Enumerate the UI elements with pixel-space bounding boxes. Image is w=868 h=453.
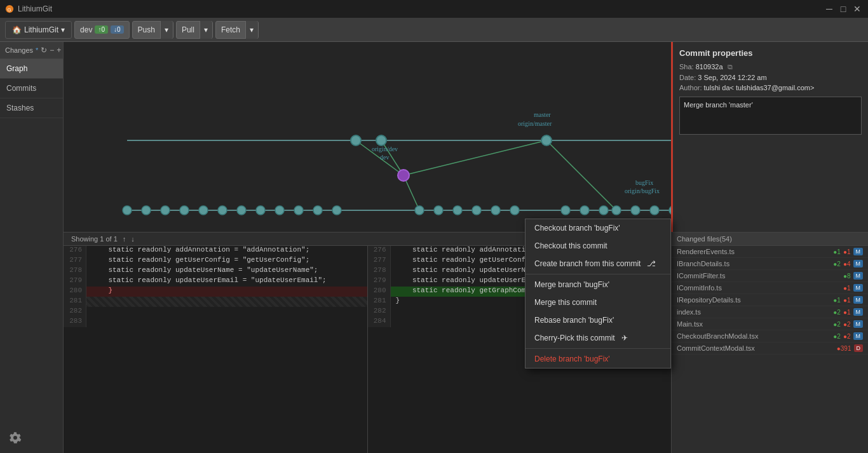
copy-sha-icon[interactable]: ⧉ [728, 63, 733, 71]
filename: RendererEvents.ts [677, 248, 831, 255]
menu-merge-branch[interactable]: Merge branch 'bugFix' [526, 276, 670, 294]
svg-point-35 [561, 206, 570, 215]
titlebar: G LithiumGit ─ □ ✕ [0, 0, 868, 18]
svg-point-36 [580, 206, 589, 215]
plus-icon[interactable]: + [57, 46, 61, 55]
filename: CommitContextModal.tsx [677, 344, 834, 352]
push-dropdown-arrow[interactable]: ▾ [160, 21, 173, 39]
graph-area[interactable]: master origin/master origin/dev dev [64, 42, 868, 233]
sidebar-item-graph[interactable]: Graph [0, 59, 63, 79]
line-number: 280 [368, 287, 391, 297]
changed-file-item[interactable]: IBranchDetails.ts●2●4M [672, 258, 868, 270]
line-number: 276 [64, 246, 86, 256]
add-badge: ●8 [843, 273, 851, 280]
svg-point-26 [294, 206, 303, 215]
menu-separator-2 [526, 348, 670, 349]
changed-file-item[interactable]: IRepositoryDetails.ts●1●1M [672, 294, 868, 306]
maximize-button[interactable]: □ [837, 3, 849, 15]
line-content: static readonly addAnnotation = "addAnno… [86, 246, 367, 256]
rem-badge: ●391 [837, 345, 851, 352]
minimize-button[interactable]: ─ [824, 3, 835, 15]
changed-file-item[interactable]: CheckoutBranchModal.tsx●2●2M [672, 330, 868, 342]
menu-delete-branch[interactable]: Delete branch 'bugFix' [526, 350, 670, 368]
line-number: 279 [368, 276, 391, 287]
svg-text:origin/bugFix: origin/bugFix [625, 187, 660, 194]
repo-selector[interactable]: 🏠 LithiumGit ▾ [5, 21, 72, 39]
line-content: static readonly updateUserEmail = "updat… [86, 276, 367, 287]
context-menu: Checkout branch 'bugFix' Checkout this c… [525, 219, 671, 368]
line-number: 277 [64, 256, 86, 266]
settings-button[interactable] [5, 428, 25, 448]
badge-down: ↓0 [111, 25, 124, 34]
rem-badge: ●1 [843, 309, 851, 316]
menu-create-branch[interactable]: Create branch from this commit ⎇ [526, 255, 670, 273]
svg-point-32 [472, 206, 481, 215]
badge-up: ↑0 [95, 25, 108, 34]
line-number: 281 [368, 297, 391, 307]
date-line: Date: 3 Sep, 2024 12:22 am [679, 74, 862, 81]
svg-point-19 [161, 206, 170, 215]
sidebar-bottom [0, 423, 63, 453]
menu-separator-1 [526, 274, 670, 274]
sort-desc-icon[interactable]: ↓ [131, 235, 135, 243]
changed-file-item[interactable]: ICommitFilter.ts●8M [672, 270, 868, 282]
menu-checkout-commit[interactable]: Checkout this commit [526, 237, 670, 255]
pull-dropdown-arrow[interactable]: ▾ [200, 21, 212, 39]
changed-file-item[interactable]: RendererEvents.ts●1●1M [672, 246, 868, 258]
svg-point-39 [631, 206, 640, 215]
sort-asc-icon[interactable]: ↑ [123, 235, 126, 243]
file-type-badge: M [853, 332, 864, 340]
line-number: 281 [64, 297, 86, 307]
menu-cherry-pick[interactable]: Cherry-Pick this commit ✈ [526, 329, 670, 347]
svg-point-27 [313, 206, 322, 215]
stashes-label: Stashes [6, 104, 34, 112]
line-content: static readonly updateUserName = "update… [86, 266, 367, 276]
line-content [86, 317, 367, 327]
refresh-icon[interactable]: ↻ [41, 46, 47, 55]
changed-file-item[interactable]: index.ts●2●1M [672, 306, 868, 318]
svg-point-29 [415, 206, 424, 215]
line-number: 283 [64, 317, 86, 327]
menu-merge-commit[interactable]: Merge this commit [526, 294, 670, 311]
branch-button[interactable]: dev ↑0 ↓0 [74, 21, 129, 39]
svg-point-40 [650, 206, 659, 215]
sidebar-item-stashes[interactable]: Stashes [0, 98, 63, 118]
commits-label: Commits [6, 84, 36, 93]
cherry-pick-icon: ✈ [621, 334, 628, 342]
filename: IBranchDetails.ts [677, 260, 831, 267]
line-content: static readonly getUserConfig = "getUser… [86, 256, 367, 266]
minus-icon[interactable]: − [50, 46, 54, 55]
push-button[interactable]: Push ▾ [132, 21, 173, 39]
app-icon: G [5, 4, 14, 13]
close-button[interactable]: ✕ [851, 3, 863, 15]
rem-badge: ●1 [843, 297, 851, 304]
add-badge: ●2 [833, 321, 841, 328]
svg-text:master: master [534, 111, 551, 118]
pull-button[interactable]: Pull ▾ [176, 21, 213, 39]
line-number: 282 [64, 307, 86, 317]
svg-point-34 [510, 206, 519, 215]
push-label: Push [138, 25, 155, 34]
svg-point-20 [180, 206, 189, 215]
line-content: } [86, 287, 367, 297]
menu-rebase-branch[interactable]: Rebase branch 'bugFix' [526, 311, 670, 329]
line-number: 280 [64, 287, 86, 297]
rem-badge: ●1 [843, 248, 851, 255]
svg-point-33 [491, 206, 500, 215]
svg-point-38 [612, 206, 621, 215]
sidebar-item-commits[interactable]: Commits [0, 79, 63, 98]
fetch-button[interactable]: Fetch ▾ [215, 21, 259, 39]
fetch-dropdown-arrow[interactable]: ▾ [245, 21, 258, 39]
add-badge: ●1 [833, 248, 841, 255]
menu-checkout-branch[interactable]: Checkout branch 'bugFix' [526, 219, 670, 237]
changed-file-item[interactable]: ICommitInfo.ts●1M [672, 282, 868, 294]
gear-icon [9, 431, 22, 444]
filename: index.ts [677, 308, 831, 316]
svg-point-28 [332, 206, 341, 215]
changed-file-item[interactable]: Main.tsx●2●2M [672, 318, 868, 330]
content-area: master origin/master origin/dev dev [64, 42, 868, 453]
add-badge: ●2 [833, 260, 841, 267]
filename: Main.tsx [677, 320, 831, 328]
svg-point-23 [237, 206, 246, 215]
changed-file-item[interactable]: CommitContextModal.tsx●391D [672, 342, 868, 355]
